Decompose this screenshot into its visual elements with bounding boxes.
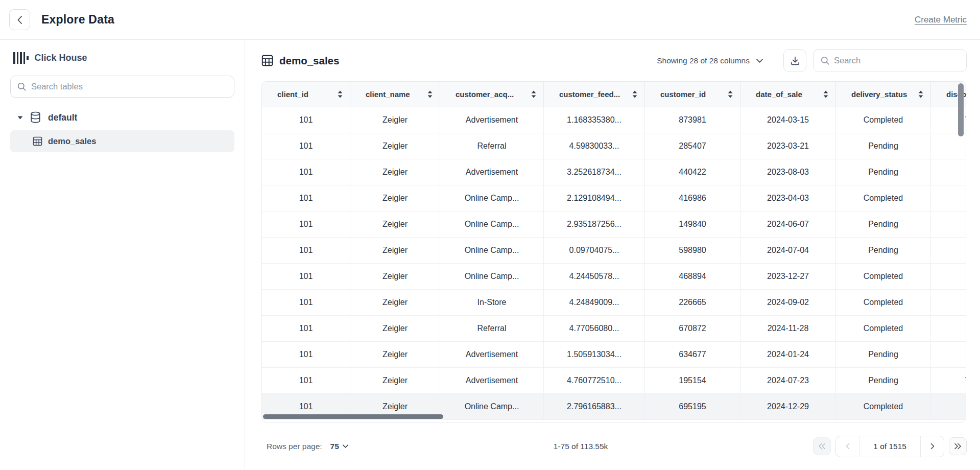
table-cell: Completed — [836, 185, 931, 212]
sort-icon[interactable] — [918, 90, 923, 98]
table-cell: 2023-04-03 — [740, 185, 836, 212]
table-cell: 2.935187256... — [544, 212, 645, 238]
table-row[interactable]: 101ZeiglerAdvertisement1.505913034...634… — [262, 342, 966, 368]
table-search-input[interactable] — [834, 56, 959, 65]
sidebar-item-demo-sales[interactable]: demo_sales — [10, 130, 234, 152]
table-cell: Zeigler — [350, 212, 440, 238]
table-row[interactable]: 101ZeiglerAdvertisement1.168335380...873… — [262, 107, 966, 133]
page-indicator: 1 of 1515 — [859, 436, 920, 457]
table-cell: Yes — [931, 368, 966, 394]
table-cell: 634677 — [645, 342, 740, 368]
download-button[interactable] — [783, 49, 806, 72]
columns-summary-dropdown[interactable]: Showing 28 of 28 columns — [657, 56, 763, 65]
table-row[interactable]: 101ZeiglerReferral4.59830033...285407202… — [262, 133, 966, 159]
table-cell: 468894 — [645, 264, 740, 290]
sort-icon[interactable] — [728, 90, 733, 98]
chevron-right-icon — [930, 443, 935, 450]
table-cell: 4.760772510... — [544, 368, 645, 394]
table-cell: Completed — [836, 290, 931, 316]
vertical-scrollbar-thumb[interactable] — [958, 83, 964, 136]
table-cell: 4.24849009... — [544, 290, 645, 316]
column-label: customer_id — [660, 90, 706, 99]
chevron-down-icon — [756, 59, 763, 63]
table-cell: 2024-07-23 — [740, 368, 836, 394]
table-cell: Zeigler — [350, 133, 440, 159]
table-data-search-box[interactable] — [813, 49, 967, 72]
table-row[interactable]: 101ZeiglerAdvertisement3.252618734...440… — [262, 159, 966, 185]
search-icon — [17, 82, 26, 91]
column-header-customer-id[interactable]: customer_id — [645, 82, 740, 107]
sort-icon[interactable] — [531, 90, 536, 98]
table-cell: 4.77056080... — [544, 316, 645, 342]
table-cell: 101 — [262, 159, 350, 185]
table-row[interactable]: 101ZeiglerIn-Store4.24849009...226665202… — [262, 290, 966, 316]
sidebar-item-database[interactable]: default — [10, 111, 234, 124]
table-title: demo_sales — [279, 55, 339, 67]
table-cell: Referral — [440, 133, 544, 159]
table-cell: Completed — [836, 264, 931, 290]
rows-per-page-select[interactable]: 75 — [330, 442, 348, 451]
table-cell: 0.09704075... — [544, 238, 645, 264]
table-cell: 2024-03-15 — [740, 107, 836, 133]
column-label: delivery_status — [851, 90, 907, 99]
table-search-box[interactable] — [10, 76, 234, 98]
last-page-button[interactable] — [949, 437, 967, 455]
table-cell: Online Camp... — [440, 264, 544, 290]
column-header-customer-acq[interactable]: customer_acq... — [440, 82, 544, 107]
download-icon — [790, 56, 800, 66]
column-header-client-name[interactable]: client_name — [350, 82, 440, 107]
previous-page-button[interactable] — [836, 436, 859, 457]
table-cell: Online Camp... — [440, 394, 544, 420]
sort-icon[interactable] — [427, 90, 433, 98]
chevron-down-icon — [343, 444, 348, 448]
table-cell: 101 — [262, 342, 350, 368]
table-cell: No — [931, 264, 966, 290]
table-icon — [33, 136, 42, 146]
clickhouse-logo-icon — [13, 52, 29, 64]
column-header-date-of-sale[interactable]: date_of_sale — [740, 82, 836, 107]
table-title-group: demo_sales — [261, 55, 339, 67]
sort-icon[interactable] — [632, 90, 637, 98]
table-row[interactable]: 101ZeiglerAdvertisement4.760772510...195… — [262, 368, 966, 394]
sort-icon[interactable] — [338, 90, 343, 98]
back-button[interactable] — [9, 9, 30, 30]
table-cell: Advertisement — [440, 368, 544, 394]
table-cell: Advertisement — [440, 107, 544, 133]
column-label: date_of_sale — [756, 90, 802, 99]
column-label: customer_acq... — [456, 90, 514, 99]
table-row[interactable]: 101ZeiglerOnline Camp...2.129108494...41… — [262, 185, 966, 212]
column-label: customer_feed... — [559, 90, 620, 99]
table-row[interactable]: 101ZeiglerOnline Camp...2.935187256...14… — [262, 212, 966, 238]
table-row[interactable]: 101ZeiglerOnline Camp...0.09704075...598… — [262, 238, 966, 264]
table-cell: 101 — [262, 368, 350, 394]
caret-down-icon[interactable] — [17, 116, 23, 120]
table-cell: In-Store — [440, 290, 544, 316]
table-row[interactable]: 101ZeiglerReferral4.77056080...670872202… — [262, 316, 966, 342]
table-cell: 1.168335380... — [544, 107, 645, 133]
column-header-delivery-status[interactable]: delivery_status — [836, 82, 931, 107]
search-tables-input[interactable] — [31, 82, 227, 91]
table-cell: Advertisement — [440, 342, 544, 368]
create-metric-link[interactable]: Create Metric — [915, 15, 967, 25]
table-cell: Zeigler — [350, 238, 440, 264]
table-cell: No — [931, 185, 966, 212]
sort-icon[interactable] — [823, 90, 828, 98]
table-body: 101ZeiglerAdvertisement1.168335380...873… — [262, 107, 966, 420]
table-cell: Zeigler — [350, 264, 440, 290]
table-cell: Zeigler — [350, 185, 440, 212]
page-indicator-group: 1 of 1515 — [835, 436, 944, 457]
table-row[interactable]: 101ZeiglerOnline Camp...4.24450578...468… — [262, 264, 966, 290]
table-cell: 598980 — [645, 238, 740, 264]
table-cell: Zeigler — [350, 290, 440, 316]
table-cell: 3.252618734... — [544, 159, 645, 185]
column-header-customer-feed[interactable]: customer_feed... — [544, 82, 645, 107]
table-cell: 195154 — [645, 368, 740, 394]
table-cell: No — [931, 133, 966, 159]
next-page-button[interactable] — [920, 436, 944, 457]
row-range-text: 1-75 of 113.55k — [348, 442, 814, 451]
horizontal-scrollbar-thumb[interactable] — [263, 414, 443, 419]
table-cell: Zeigler — [350, 368, 440, 394]
first-page-button[interactable] — [813, 437, 831, 455]
rows-per-page-value: 75 — [330, 442, 339, 451]
column-header-client-id[interactable]: client_id — [262, 82, 350, 107]
